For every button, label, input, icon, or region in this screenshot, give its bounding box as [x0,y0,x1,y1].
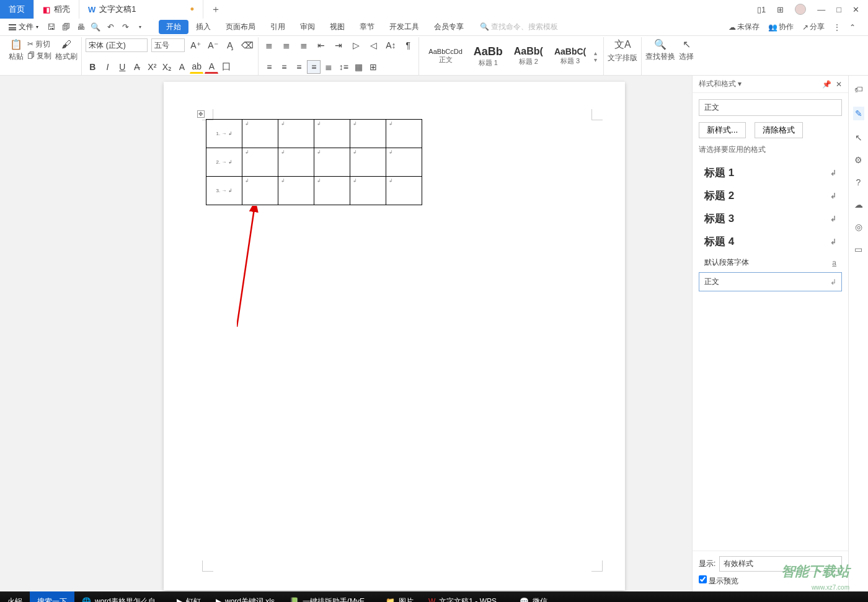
subscript-button[interactable]: X₂ [160,60,174,74]
tab-start[interactable]: 开始 [159,20,188,34]
change-case-icon[interactable]: A̧ [223,38,237,52]
strike-button[interactable]: A̶ [130,60,144,74]
align-justify-icon[interactable]: ≡ [307,60,321,74]
side-pen-icon[interactable]: ✎ [853,107,864,120]
superscript-button[interactable]: X² [145,60,159,74]
multilevel-icon[interactable]: ≣ [297,38,311,52]
table-row[interactable]: 2. → ↲↲↲↲↲↲ [206,148,422,177]
styles-more-icon[interactable]: ▴▾ [591,50,600,63]
align-right-icon[interactable]: ≡ [292,60,306,74]
list-item-h3[interactable]: 标题 3↲ [699,207,842,230]
qat-save2-icon[interactable]: 🗐 [60,21,72,33]
more-icon[interactable]: ⋮ [833,23,841,32]
side-cloud-icon[interactable]: ☁ [854,200,863,210]
tab-pagelayout[interactable]: 页面布局 [218,20,263,34]
grow-font-icon[interactable]: A⁺ [188,38,202,52]
pin-icon[interactable]: 📌 [822,80,831,89]
qat-save-icon[interactable]: 🖫 [45,21,57,33]
rtl-icon[interactable]: ◁ [366,38,380,52]
paste-button[interactable]: 📋粘贴 [9,38,24,62]
side-cursor-icon[interactable]: ↖ [855,133,862,143]
clear-format-icon[interactable]: ⌫ [241,38,254,52]
unsaved-indicator[interactable]: ☁ 未保存 [728,22,760,32]
new-tab-button[interactable]: ＋ [203,0,228,19]
qat-undo-icon[interactable]: ↶ [104,21,117,33]
align-dist-icon[interactable]: ≣ [322,60,335,74]
style-h1[interactable]: AaBb标题 1 [468,45,508,68]
tb-typeset[interactable]: 📗 一键排版助手(MyE... [282,591,378,602]
side-target-icon[interactable]: ◎ [855,222,862,232]
share-button[interactable]: ↗ 分享 [802,22,825,32]
show-filter-combo[interactable]: 有效样式 [719,556,842,572]
list-item-body[interactable]: 正文↲ [699,272,842,291]
style-h2[interactable]: AaBb(标题 2 [508,45,549,67]
clear-format-button[interactable]: 清除格式 [755,122,803,138]
tb-wps-doc[interactable]: W 文字文稿1 - WPS ... [421,591,512,602]
bullets-icon[interactable]: ≣ [262,38,276,52]
tab-reference[interactable]: 引用 [263,20,293,34]
bold-button[interactable]: B [86,60,99,74]
tab-document[interactable]: W 文字文稿1 • [79,0,203,19]
find-replace-button[interactable]: 🔍查找替换 [645,38,675,62]
tb-dingtalk[interactable]: ▶ 钉钉 [169,591,208,602]
paramark-icon[interactable]: ¶ [401,38,415,52]
tab-chapter[interactable]: 章节 [352,20,382,34]
tb-hotpot[interactable]: 火锅 [0,591,30,602]
align-left-icon[interactable]: ≡ [262,60,276,74]
side-book-icon[interactable]: ▭ [854,244,862,254]
select-button[interactable]: ↖选择 [679,38,694,62]
indent-icon[interactable]: ⇥ [332,38,345,52]
qat-dd-icon[interactable]: ▾ [134,21,146,33]
side-rocket-icon[interactable]: 🏷 [854,84,863,94]
side-help-icon[interactable]: ? [856,177,861,187]
borders-icon[interactable]: ⊞ [366,60,380,74]
tab-member[interactable]: 会员专享 [427,20,471,34]
underline-button[interactable]: U [115,60,129,74]
qat-print-icon[interactable]: 🖶 [74,21,87,33]
font-size-combo[interactable]: 五号 [151,38,185,52]
shrink-font-icon[interactable]: A⁻ [206,38,219,52]
list-item-default-para[interactable]: 默认段落字体a [699,253,842,272]
outdent-icon[interactable]: ⇤ [314,38,328,52]
tab-doke[interactable]: ◧稻壳 [34,0,79,19]
file-menu[interactable]: 文件▾ [5,22,42,32]
command-search[interactable]: 🔍 查找命令、搜索模板 [480,22,726,32]
tab-home[interactable]: 首页 [0,0,34,19]
minimize-icon[interactable]: — [817,5,825,14]
table-anchor-icon[interactable]: ✥ [197,110,205,118]
font-name-combo[interactable]: 宋体 (正文) [86,38,148,52]
tb-word-table[interactable]: 🌐 word表格里怎么自... [74,591,169,602]
tab-insert[interactable]: 插入 [188,20,218,34]
tb-pictures[interactable]: 📁 图片 [378,591,421,602]
text-layout-button[interactable]: 文A文字排版 [608,38,637,63]
grid-icon[interactable]: ⊞ [777,5,784,14]
linespacing-icon[interactable]: ↕≡ [337,60,350,74]
tb-wechat[interactable]: 💬 微信 [512,591,555,602]
italic-button[interactable]: I [100,60,114,74]
collab-button[interactable]: 👥 协作 [768,22,794,32]
font-color-icon[interactable]: A [205,60,218,74]
cut-button[interactable]: ✂ 剪切 [27,39,51,50]
maximize-icon[interactable]: □ [836,5,841,14]
format-brush[interactable]: 🖌格式刷 [55,39,78,62]
style-body[interactable]: AaBbCcDd正文 [423,47,467,65]
avatar[interactable] [795,4,806,15]
char-border-icon[interactable]: 囗 [219,60,233,74]
table-row[interactable]: 1. → ↲↲↲↲↲↲ [206,120,422,148]
document-canvas[interactable]: ✥ 1. → ↲↲↲↲↲↲ 2. → ↲↲↲↲↲↲ 3. → ↲↲↲↲↲↲ [0,76,692,591]
new-style-button[interactable]: 新样式... [699,122,746,138]
layout1-icon[interactable]: ▯1 [757,5,766,14]
numbering-icon[interactable]: ≣ [280,38,293,52]
tab-review[interactable]: 审阅 [293,20,322,34]
table-row[interactable]: 3. → ↲↲↲↲↲↲ [206,177,422,205]
tab-devtools[interactable]: 开发工具 [382,20,427,34]
current-style-combo[interactable]: 正文 [699,99,842,116]
close-panel-icon[interactable]: ✕ [836,80,842,89]
copy-button[interactable]: 🗍 复制 [27,51,51,61]
ltr-icon[interactable]: ▷ [349,38,363,52]
doc-table[interactable]: 1. → ↲↲↲↲↲↲ 2. → ↲↲↲↲↲↲ 3. → ↲↲↲↲↲↲ [206,119,422,205]
side-settings-icon[interactable]: ⚙ [854,155,862,165]
tb-search[interactable]: 搜索一下 [30,591,74,602]
list-item-h4[interactable]: 标题 4↲ [699,230,842,253]
preview-checkbox[interactable]: 显示预览 [699,575,842,587]
